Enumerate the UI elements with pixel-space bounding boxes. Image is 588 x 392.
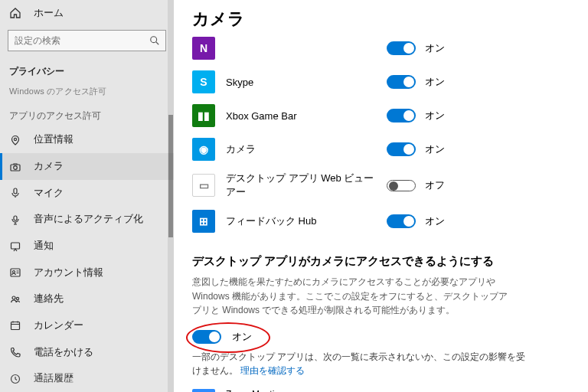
svg-point-0 <box>151 36 157 42</box>
app-name: Xbox Game Bar <box>226 110 379 122</box>
app-row-skype: S Skype オン <box>192 70 568 93</box>
home-icon <box>9 7 21 19</box>
svg-point-8 <box>13 271 15 273</box>
sidebar-section-apps: アプリのアクセス許可 <box>0 102 174 127</box>
desktop-app-name: Zoom Meetings <box>226 389 383 392</box>
sidebar-item-label: カレンダー <box>34 319 83 332</box>
sidebar-item-label: 通話履歴 <box>34 372 74 385</box>
app-row-feedback: ⊞ フィードバック Hub オン <box>192 210 568 233</box>
sidebar-item-call-history[interactable]: 通話履歴 <box>0 365 174 392</box>
toggle-onenote[interactable] <box>387 41 416 55</box>
voice-icon <box>9 214 21 226</box>
app-name: デスクトップ アプリ Web ビューアー <box>226 172 379 199</box>
toggle-skype[interactable] <box>387 75 416 89</box>
camera-app-icon: ◉ <box>192 138 215 161</box>
toggle-camera[interactable] <box>387 142 416 156</box>
desktop-note: 一部のデスクトップ アプリは、次の一覧に表示されないか、この設定の影響を受けませ… <box>192 350 529 378</box>
sidebar-item-label: 連絡先 <box>34 292 64 305</box>
toggle-label: オン <box>425 109 445 122</box>
sidebar-item-account-info[interactable]: アカウント情報 <box>0 260 174 286</box>
sidebar-item-camera[interactable]: カメラ <box>0 153 174 180</box>
desktop-app-row-zoom: zoom Zoom Meetings 最終アクセス日時 2022/12/19 1… <box>192 389 568 392</box>
phone-icon <box>9 346 21 358</box>
toggle-desktop-master[interactable] <box>192 330 221 344</box>
sidebar-home-label: ホーム <box>34 7 64 20</box>
history-icon <box>9 373 21 385</box>
notification-icon <box>9 240 21 253</box>
page-title: カメラ <box>192 8 568 31</box>
microphone-icon <box>9 187 21 199</box>
toggle-label: オン <box>425 142 445 156</box>
xbox-icon: ▮▮ <box>192 104 215 127</box>
sidebar-item-label: 音声によるアクティブ化 <box>34 213 143 226</box>
svg-point-3 <box>14 165 18 169</box>
toggle-label: オン <box>425 41 445 55</box>
app-name: フィードバック Hub <box>226 214 379 228</box>
contacts-icon <box>9 293 21 305</box>
location-icon <box>9 134 21 146</box>
svg-point-1 <box>14 138 16 140</box>
sidebar-home[interactable]: ホーム <box>0 0 174 27</box>
svg-point-9 <box>12 296 15 299</box>
feedback-icon: ⊞ <box>192 210 215 233</box>
toggle-label: オン <box>425 214 445 228</box>
sidebar-item-voice-activation[interactable]: 音声によるアクティブ化 <box>0 207 174 234</box>
svg-rect-11 <box>11 322 20 330</box>
sidebar-category: プライバシー <box>0 57 174 83</box>
app-row-webviewer: ▭ デスクトップ アプリ Web ビューアー オフ <box>192 172 568 199</box>
reason-link[interactable]: 理由を確認する <box>240 365 305 376</box>
desktop-master-toggle-row: オン <box>192 330 568 344</box>
app-row-onenote: N オン <box>192 37 568 60</box>
desktop-section-description: 意図した機能を果たすためにカメラにアクセスすることが必要なアプリや Window… <box>192 275 514 318</box>
main: カメラ N オン S Skype オン ▮▮ Xbox Game <box>174 0 588 392</box>
app-permission-list: N オン S Skype オン ▮▮ Xbox Game Bar <box>192 51 568 233</box>
sidebar-item-microphone[interactable]: マイク <box>0 180 174 207</box>
account-icon <box>9 266 21 279</box>
webviewer-icon: ▭ <box>192 174 215 197</box>
app-name: Skype <box>226 77 379 88</box>
camera-icon <box>9 161 21 173</box>
search-input[interactable] <box>8 30 166 51</box>
skype-icon: S <box>192 70 215 93</box>
sidebar-item-label: 電話をかける <box>34 346 93 359</box>
sidebar-item-location[interactable]: 位置情報 <box>0 127 174 154</box>
sidebar-item-label: 通知 <box>34 240 54 253</box>
zoom-icon: zoom <box>192 389 215 392</box>
search-icon <box>149 35 160 46</box>
toggle-feedback[interactable] <box>387 214 416 228</box>
search-box <box>8 30 166 51</box>
sidebar-item-contacts[interactable]: 連絡先 <box>0 286 174 312</box>
onenote-icon: N <box>192 37 215 60</box>
app-row-xbox: ▮▮ Xbox Game Bar オン <box>192 104 568 127</box>
sidebar-item-label: カメラ <box>34 160 64 173</box>
svg-point-10 <box>16 297 18 299</box>
sidebar-section-cutoff: Windows のアクセス許可 <box>0 83 174 102</box>
svg-rect-4 <box>14 188 17 194</box>
sidebar-item-phone[interactable]: 電話をかける <box>0 339 174 366</box>
toggle-label: オフ <box>425 178 445 192</box>
sidebar: ホーム プライバシー Windows のアクセス許可 アプリのアクセス許可 位置… <box>0 0 174 392</box>
sidebar-item-label: マイク <box>34 187 64 200</box>
sidebar-item-label: アカウント情報 <box>34 266 103 279</box>
app-name: カメラ <box>226 142 379 156</box>
sidebar-item-label: 位置情報 <box>34 133 74 146</box>
toggle-label: オン <box>232 330 252 344</box>
toggle-webviewer[interactable] <box>387 180 416 191</box>
sidebar-item-calendar[interactable]: カレンダー <box>0 312 174 339</box>
calendar-icon <box>9 319 21 332</box>
desktop-section-title: デスクトップ アプリがカメラにアクセスできるようにする <box>192 254 568 269</box>
svg-rect-6 <box>11 243 20 249</box>
app-row-camera: ◉ カメラ オン <box>192 138 568 161</box>
sidebar-scrollbar[interactable] <box>168 0 174 392</box>
toggle-label: オン <box>425 75 445 89</box>
toggle-xbox[interactable] <box>387 109 416 122</box>
svg-rect-5 <box>14 216 17 220</box>
sidebar-item-notifications[interactable]: 通知 <box>0 233 174 260</box>
